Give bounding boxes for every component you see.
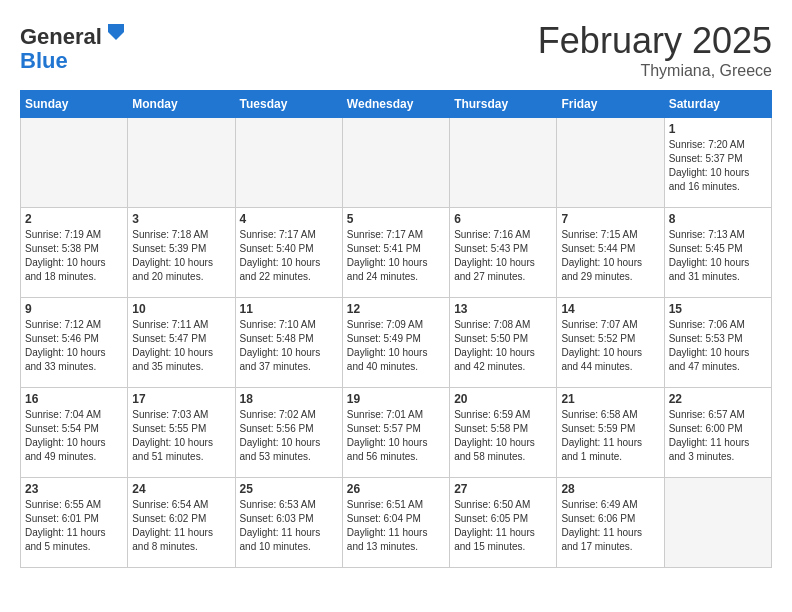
day-number: 4 (240, 212, 338, 226)
day-number: 14 (561, 302, 659, 316)
day-number: 17 (132, 392, 230, 406)
page-header: General Blue February 2025 Thymiana, Gre… (20, 20, 772, 80)
calendar-cell (235, 118, 342, 208)
day-header-thursday: Thursday (450, 91, 557, 118)
calendar-cell: 24Sunrise: 6:54 AM Sunset: 6:02 PM Dayli… (128, 478, 235, 568)
calendar-header-row: SundayMondayTuesdayWednesdayThursdayFrid… (21, 91, 772, 118)
calendar-cell: 3Sunrise: 7:18 AM Sunset: 5:39 PM Daylig… (128, 208, 235, 298)
day-info: Sunrise: 7:03 AM Sunset: 5:55 PM Dayligh… (132, 408, 230, 464)
day-info: Sunrise: 7:18 AM Sunset: 5:39 PM Dayligh… (132, 228, 230, 284)
day-number: 12 (347, 302, 445, 316)
calendar-cell (450, 118, 557, 208)
day-info: Sunrise: 7:19 AM Sunset: 5:38 PM Dayligh… (25, 228, 123, 284)
day-info: Sunrise: 6:55 AM Sunset: 6:01 PM Dayligh… (25, 498, 123, 554)
day-number: 3 (132, 212, 230, 226)
calendar-cell: 20Sunrise: 6:59 AM Sunset: 5:58 PM Dayli… (450, 388, 557, 478)
day-info: Sunrise: 7:08 AM Sunset: 5:50 PM Dayligh… (454, 318, 552, 374)
logo-blue-text: Blue (20, 48, 68, 73)
day-number: 21 (561, 392, 659, 406)
calendar-cell (21, 118, 128, 208)
day-number: 8 (669, 212, 767, 226)
day-number: 24 (132, 482, 230, 496)
day-number: 16 (25, 392, 123, 406)
calendar-cell: 5Sunrise: 7:17 AM Sunset: 5:41 PM Daylig… (342, 208, 449, 298)
day-info: Sunrise: 7:20 AM Sunset: 5:37 PM Dayligh… (669, 138, 767, 194)
calendar-cell (342, 118, 449, 208)
day-header-wednesday: Wednesday (342, 91, 449, 118)
logo-general-text: General (20, 24, 102, 49)
title-block: February 2025 Thymiana, Greece (538, 20, 772, 80)
calendar-cell: 26Sunrise: 6:51 AM Sunset: 6:04 PM Dayli… (342, 478, 449, 568)
logo-icon (104, 20, 128, 44)
day-info: Sunrise: 6:57 AM Sunset: 6:00 PM Dayligh… (669, 408, 767, 464)
calendar-cell: 13Sunrise: 7:08 AM Sunset: 5:50 PM Dayli… (450, 298, 557, 388)
day-number: 22 (669, 392, 767, 406)
calendar-cell: 17Sunrise: 7:03 AM Sunset: 5:55 PM Dayli… (128, 388, 235, 478)
day-info: Sunrise: 7:16 AM Sunset: 5:43 PM Dayligh… (454, 228, 552, 284)
day-number: 7 (561, 212, 659, 226)
day-number: 28 (561, 482, 659, 496)
day-number: 11 (240, 302, 338, 316)
calendar-cell: 2Sunrise: 7:19 AM Sunset: 5:38 PM Daylig… (21, 208, 128, 298)
day-number: 15 (669, 302, 767, 316)
calendar-cell: 14Sunrise: 7:07 AM Sunset: 5:52 PM Dayli… (557, 298, 664, 388)
day-header-monday: Monday (128, 91, 235, 118)
day-info: Sunrise: 7:11 AM Sunset: 5:47 PM Dayligh… (132, 318, 230, 374)
calendar-cell: 10Sunrise: 7:11 AM Sunset: 5:47 PM Dayli… (128, 298, 235, 388)
day-info: Sunrise: 6:54 AM Sunset: 6:02 PM Dayligh… (132, 498, 230, 554)
day-number: 23 (25, 482, 123, 496)
calendar-cell: 16Sunrise: 7:04 AM Sunset: 5:54 PM Dayli… (21, 388, 128, 478)
day-info: Sunrise: 6:49 AM Sunset: 6:06 PM Dayligh… (561, 498, 659, 554)
calendar-cell: 22Sunrise: 6:57 AM Sunset: 6:00 PM Dayli… (664, 388, 771, 478)
day-info: Sunrise: 7:04 AM Sunset: 5:54 PM Dayligh… (25, 408, 123, 464)
day-number: 5 (347, 212, 445, 226)
calendar-cell: 15Sunrise: 7:06 AM Sunset: 5:53 PM Dayli… (664, 298, 771, 388)
day-number: 19 (347, 392, 445, 406)
day-number: 6 (454, 212, 552, 226)
day-info: Sunrise: 7:10 AM Sunset: 5:48 PM Dayligh… (240, 318, 338, 374)
calendar-cell: 21Sunrise: 6:58 AM Sunset: 5:59 PM Dayli… (557, 388, 664, 478)
day-info: Sunrise: 7:09 AM Sunset: 5:49 PM Dayligh… (347, 318, 445, 374)
calendar-cell: 19Sunrise: 7:01 AM Sunset: 5:57 PM Dayli… (342, 388, 449, 478)
day-number: 25 (240, 482, 338, 496)
calendar-table: SundayMondayTuesdayWednesdayThursdayFrid… (20, 90, 772, 568)
calendar-cell: 28Sunrise: 6:49 AM Sunset: 6:06 PM Dayli… (557, 478, 664, 568)
calendar-cell: 12Sunrise: 7:09 AM Sunset: 5:49 PM Dayli… (342, 298, 449, 388)
day-info: Sunrise: 7:06 AM Sunset: 5:53 PM Dayligh… (669, 318, 767, 374)
day-header-tuesday: Tuesday (235, 91, 342, 118)
calendar-week-2: 2Sunrise: 7:19 AM Sunset: 5:38 PM Daylig… (21, 208, 772, 298)
day-info: Sunrise: 7:07 AM Sunset: 5:52 PM Dayligh… (561, 318, 659, 374)
calendar-cell: 6Sunrise: 7:16 AM Sunset: 5:43 PM Daylig… (450, 208, 557, 298)
calendar-cell: 25Sunrise: 6:53 AM Sunset: 6:03 PM Dayli… (235, 478, 342, 568)
day-info: Sunrise: 6:58 AM Sunset: 5:59 PM Dayligh… (561, 408, 659, 464)
day-number: 27 (454, 482, 552, 496)
calendar-cell: 23Sunrise: 6:55 AM Sunset: 6:01 PM Dayli… (21, 478, 128, 568)
day-info: Sunrise: 6:50 AM Sunset: 6:05 PM Dayligh… (454, 498, 552, 554)
day-number: 20 (454, 392, 552, 406)
calendar-cell: 1Sunrise: 7:20 AM Sunset: 5:37 PM Daylig… (664, 118, 771, 208)
day-number: 18 (240, 392, 338, 406)
day-info: Sunrise: 7:02 AM Sunset: 5:56 PM Dayligh… (240, 408, 338, 464)
day-number: 9 (25, 302, 123, 316)
day-info: Sunrise: 7:17 AM Sunset: 5:41 PM Dayligh… (347, 228, 445, 284)
day-info: Sunrise: 7:12 AM Sunset: 5:46 PM Dayligh… (25, 318, 123, 374)
calendar-week-3: 9Sunrise: 7:12 AM Sunset: 5:46 PM Daylig… (21, 298, 772, 388)
calendar-cell (557, 118, 664, 208)
calendar-week-1: 1Sunrise: 7:20 AM Sunset: 5:37 PM Daylig… (21, 118, 772, 208)
day-info: Sunrise: 6:53 AM Sunset: 6:03 PM Dayligh… (240, 498, 338, 554)
day-number: 2 (25, 212, 123, 226)
day-number: 1 (669, 122, 767, 136)
day-number: 26 (347, 482, 445, 496)
calendar-cell (664, 478, 771, 568)
day-info: Sunrise: 7:15 AM Sunset: 5:44 PM Dayligh… (561, 228, 659, 284)
calendar-cell: 9Sunrise: 7:12 AM Sunset: 5:46 PM Daylig… (21, 298, 128, 388)
calendar-cell: 4Sunrise: 7:17 AM Sunset: 5:40 PM Daylig… (235, 208, 342, 298)
day-number: 13 (454, 302, 552, 316)
location-subtitle: Thymiana, Greece (538, 62, 772, 80)
calendar-cell: 27Sunrise: 6:50 AM Sunset: 6:05 PM Dayli… (450, 478, 557, 568)
calendar-week-4: 16Sunrise: 7:04 AM Sunset: 5:54 PM Dayli… (21, 388, 772, 478)
svg-marker-0 (108, 24, 124, 40)
day-info: Sunrise: 6:59 AM Sunset: 5:58 PM Dayligh… (454, 408, 552, 464)
calendar-cell: 8Sunrise: 7:13 AM Sunset: 5:45 PM Daylig… (664, 208, 771, 298)
day-info: Sunrise: 7:17 AM Sunset: 5:40 PM Dayligh… (240, 228, 338, 284)
